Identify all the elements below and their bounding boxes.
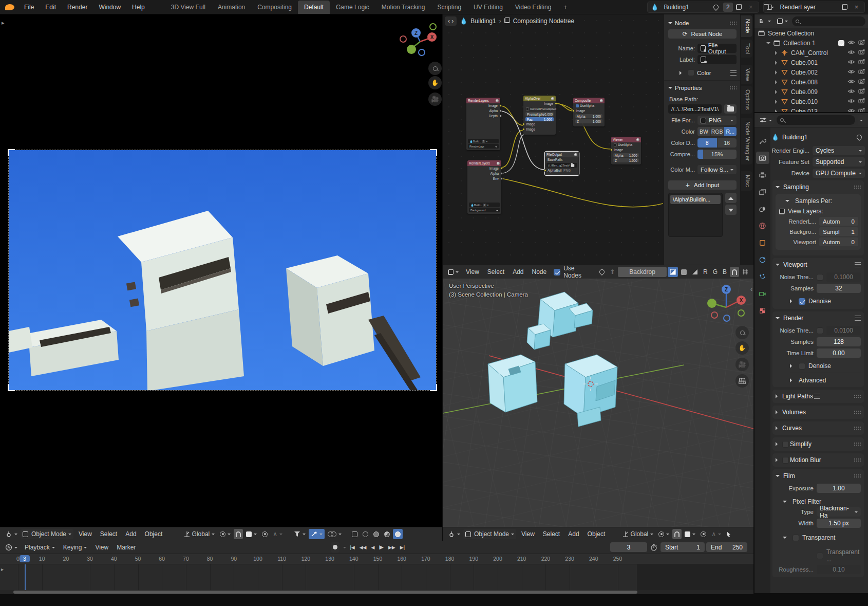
scene-name[interactable]: Building1 (661, 2, 710, 12)
editor-type-icon[interactable] (758, 115, 774, 125)
camera-viewport[interactable]: ▸ (0, 14, 442, 541)
denoise-expand[interactable] (790, 364, 794, 368)
gizmo-minus-z-axis[interactable] (418, 49, 425, 56)
sidebar-collapse-arrow[interactable]: ‹ (750, 286, 752, 293)
hide-viewport-eye-icon[interactable] (847, 58, 855, 67)
node-menu-node[interactable]: Node (528, 268, 551, 276)
filter-width-value[interactable]: 1.50 px (817, 519, 861, 528)
keying-popover-icon[interactable] (343, 547, 346, 550)
outliner-row[interactable]: Cube.001 (754, 58, 868, 67)
properties-tab-scene[interactable] (756, 203, 769, 215)
outliner-row[interactable]: Scene Collection (754, 28, 868, 38)
socket-image-in[interactable]: Image (611, 148, 641, 153)
node-file-output[interactable]: FileOutput BasePath: //..\Ren...g2TestV1… (545, 152, 579, 175)
socket-alpha[interactable]: Alpha (466, 108, 500, 114)
file-format-dropdown[interactable]: PNG (697, 116, 737, 125)
channel-color-alpha-icon[interactable] (668, 267, 678, 277)
channel-g-button[interactable]: G (711, 267, 720, 277)
use-alpha-checkbox[interactable]: UseAlpha (573, 103, 605, 108)
properties-panel-header[interactable]: Properties (668, 83, 737, 93)
sidebar-tab-node-wrangler[interactable]: Node Wrangler (741, 118, 752, 164)
prev-keyframe-button[interactable]: ◀◀ (357, 544, 369, 551)
time-limit-value[interactable]: 0.00 (817, 348, 861, 358)
snap-magnet-icon[interactable] (730, 267, 739, 277)
camera-view-icon[interactable]: 🎥 (735, 358, 749, 371)
socket-slot-in[interactable]: AlphaBuil PNG (545, 168, 579, 173)
expand-icon[interactable] (775, 79, 781, 86)
hide-viewport-eye-icon[interactable] (847, 97, 855, 106)
panel-header[interactable]: Curves (776, 423, 861, 434)
add-input-button[interactable]: +Add Input (668, 180, 737, 190)
node-render-layers-2[interactable]: RenderLayers Image Alpha Env 💧Build.. 2 … (467, 160, 501, 214)
render-samples-value[interactable]: 128 (817, 337, 861, 346)
timeline-tracks[interactable]: ▸ (0, 564, 753, 590)
node-layer-selector[interactable]: Background (469, 208, 500, 212)
outliner-row[interactable]: Collection 1 (754, 38, 868, 48)
hide-viewport-eye-icon[interactable] (847, 78, 855, 87)
display-mode-icon[interactable] (757, 16, 773, 26)
expand-icon[interactable] (775, 69, 781, 76)
start-frame-field[interactable]: Start1 (661, 542, 705, 552)
panel-checkbox[interactable] (782, 441, 789, 448)
viewport-menu-select[interactable]: Select (96, 530, 121, 538)
node-menu-view[interactable]: View (462, 268, 483, 276)
transparent-expand[interactable] (783, 537, 787, 541)
user-perspective-viewport[interactable]: User Perspective (3) Scene Collection | … (443, 279, 753, 541)
viewport-panel-header[interactable]: Viewport (776, 259, 861, 270)
properties-tab-render[interactable] (756, 152, 769, 164)
workspace-tab--[interactable]: + (557, 1, 573, 14)
properties-tab-world[interactable] (756, 219, 769, 232)
hide-viewport-eye-icon[interactable] (847, 107, 855, 113)
workspace-tab-uv-editing[interactable]: UV Editing (467, 1, 509, 14)
outliner-row[interactable]: CAM_Control (754, 48, 868, 58)
disable-render-camera-icon[interactable] (858, 39, 866, 48)
menu-file[interactable]: File (18, 1, 40, 14)
exposure-value[interactable]: 1.00 (817, 484, 861, 493)
depth-8[interactable]: 8 (697, 138, 718, 148)
scene-selector[interactable]: 💧 Building1 2 × (647, 2, 759, 13)
editor-type-icon[interactable] (3, 542, 20, 553)
node-layer-selector[interactable]: RenderLayr (468, 144, 499, 149)
camera-view-icon[interactable]: 🎥 (428, 93, 442, 106)
editor-type-icon[interactable] (446, 529, 462, 539)
breadcrumb-scene[interactable]: Building1 (470, 17, 496, 25)
properties-search-input[interactable] (777, 115, 855, 125)
sidebar-tab-node[interactable]: Node (741, 15, 752, 37)
viewport-menu-view[interactable]: View (74, 530, 96, 538)
zoom-icon[interactable] (735, 326, 749, 339)
depth-16[interactable]: 16 (718, 138, 737, 148)
menu-edit[interactable]: Edit (40, 1, 62, 14)
socket-image-in-2[interactable]: Image (523, 127, 556, 132)
noise-threshold-value[interactable]: 0.0100 (826, 326, 861, 335)
color-mode-rgba[interactable]: R... (724, 127, 737, 136)
viewport-denoise-checkbox[interactable] (799, 298, 805, 305)
collection-checkbox[interactable] (838, 40, 844, 46)
properties-tab-object[interactable] (756, 236, 769, 249)
menu-render[interactable]: Render (62, 1, 93, 14)
gizmo-z-axis[interactable]: Z (722, 285, 731, 294)
show-visibility-icon[interactable] (292, 529, 308, 539)
panel-menu-icon[interactable] (855, 316, 861, 321)
properties-tab-tool[interactable] (756, 135, 769, 147)
panel-checkbox[interactable] (782, 457, 789, 464)
workspace-tab-compositing[interactable]: Compositing (251, 1, 298, 14)
viewport-menu-add[interactable]: Add (121, 530, 140, 538)
node-render-layers-1[interactable]: RenderLayers Image Alpha Depth 💧Build.. … (466, 98, 500, 150)
disable-render-camera-icon[interactable] (858, 107, 866, 113)
properties-tab-view-layer[interactable] (756, 186, 769, 198)
timeline-ruler[interactable]: 0102030405060708090100110120130140150160… (0, 554, 753, 564)
outliner-row[interactable]: Cube.010 (754, 97, 868, 106)
alpha-slider[interactable]: Alpha1.000 (575, 114, 602, 118)
z-slider[interactable]: Z1.000 (575, 119, 602, 123)
socket-env[interactable]: Env (467, 176, 501, 181)
color-mode-bw[interactable]: BW (697, 127, 711, 136)
panel-header[interactable]: Motion Blur (776, 454, 861, 466)
properties-tab-output[interactable] (756, 169, 769, 181)
back-forward-buttons[interactable]: ‹ › (445, 16, 457, 26)
menu-help[interactable]: Help (126, 1, 150, 14)
show-gizmo-icon[interactable] (309, 529, 325, 539)
sampling-mode-button[interactable]: Autom0 (819, 217, 858, 226)
channel-alpha-icon[interactable] (690, 267, 700, 277)
mode-selector[interactable]: Object Mode (21, 529, 73, 539)
node-menu-select[interactable]: Select (483, 268, 508, 276)
